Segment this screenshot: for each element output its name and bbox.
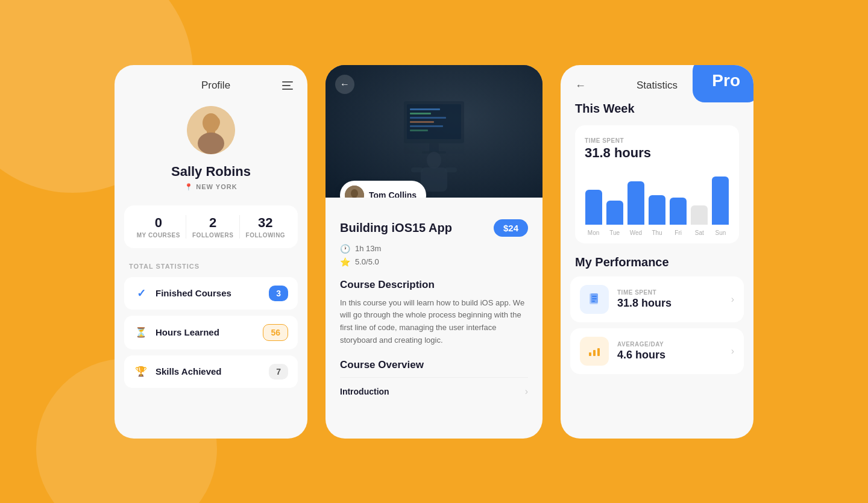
bar xyxy=(606,201,623,225)
list-item[interactable]: ✓ Finished Courses 3 xyxy=(124,277,298,310)
bar xyxy=(691,205,708,224)
svg-rect-27 xyxy=(589,352,591,356)
svg-rect-13 xyxy=(429,143,439,152)
chevron-right-icon: › xyxy=(731,346,734,357)
stat-followers: 2 FOLLOWERS xyxy=(192,215,233,239)
bar-col xyxy=(670,170,687,225)
trophy-icon: 🏆 xyxy=(134,364,148,379)
course-title: Building iOS15 App xyxy=(340,221,452,235)
time-spent-icon-wrap xyxy=(580,285,609,314)
menu-icon[interactable] xyxy=(282,81,293,90)
stat-skills-label: Skills Achieved xyxy=(156,366,262,376)
price-badge[interactable]: $24 xyxy=(494,219,528,237)
bar-col xyxy=(606,170,623,225)
course-image: ← Tom Collins xyxy=(326,65,542,198)
svg-rect-18 xyxy=(445,167,457,172)
bar-col xyxy=(691,170,708,225)
stat-finished-label: Finished Courses xyxy=(156,288,262,298)
document-icon xyxy=(587,292,602,307)
bar-day-label: Sun xyxy=(712,230,729,236)
svg-point-15 xyxy=(427,152,441,169)
stat-finished-badge: 3 xyxy=(269,286,288,301)
time-spent-value: 31.8 hours xyxy=(617,297,723,310)
profile-card: Profile Sally Robins 📍 New York 0 xyxy=(115,65,307,439)
svg-rect-29 xyxy=(597,348,600,356)
pro-badge: Pro xyxy=(693,65,753,102)
overview-item[interactable]: Introduction › xyxy=(340,377,528,405)
chevron-right-icon: › xyxy=(731,294,734,305)
instructor-name: Tom Collins xyxy=(369,190,417,198)
course-title-row: Building iOS15 App $24 xyxy=(340,219,528,237)
bar-day-label: Wed xyxy=(627,230,644,236)
this-week-title: This Week xyxy=(575,102,739,116)
bar xyxy=(712,177,729,225)
course-card: ← Tom Collins Building iOS15 App $24 🕐 1… xyxy=(326,65,542,439)
clock-icon: 🕐 xyxy=(340,244,350,254)
rating-item: ⭐ 5.0/5.0 xyxy=(340,257,528,267)
time-spent-label: TIME SPENT xyxy=(617,289,723,296)
bar-day-label: Mon xyxy=(585,230,602,236)
avg-day-info: AVERAGE/DAY 4.6 hours xyxy=(617,341,723,361)
overview-title: Course Overview xyxy=(340,359,528,371)
course-meta: 🕐 1h 13m ⭐ 5.0/5.0 xyxy=(340,244,528,267)
bar-day-label: Tue xyxy=(606,230,623,236)
svg-point-4 xyxy=(214,117,220,127)
list-item[interactable]: AVERAGE/DAY 4.6 hours › xyxy=(570,328,744,374)
stats-back-button[interactable]: ← xyxy=(575,80,586,92)
avatar-wrap xyxy=(115,101,307,164)
instructor-avatar xyxy=(345,186,364,198)
avg-day-icon-wrap xyxy=(580,337,609,366)
chart-container: TIME SPENT 31.8 hours MonTueWedThuFriSat… xyxy=(575,125,739,243)
profile-header: Profile xyxy=(115,65,307,101)
list-item[interactable]: ⏳ Hours Learned 56 xyxy=(124,316,298,349)
svg-rect-11 xyxy=(410,125,443,127)
user-location: 📍 New York xyxy=(115,183,307,191)
svg-rect-26 xyxy=(592,301,595,302)
stat-hours-badge: 56 xyxy=(263,324,288,341)
description-title: Course Description xyxy=(340,279,528,291)
stat-following: 32 FOLLOWING xyxy=(246,215,286,239)
bar-labels: MonTueWedThuFriSatSun xyxy=(585,230,729,236)
stats-list: ✓ Finished Courses 3 ⏳ Hours Learned 56 … xyxy=(115,277,307,388)
star-icon: ⭐ xyxy=(340,257,350,267)
bar-col xyxy=(627,170,644,225)
location-icon: 📍 xyxy=(184,183,193,191)
list-item[interactable]: 🏆 Skills Achieved 7 xyxy=(124,355,298,388)
performance-title: My Performance xyxy=(561,255,753,269)
svg-rect-8 xyxy=(410,113,431,114)
chart-bar-icon xyxy=(587,344,602,358)
bar-day-label: Sat xyxy=(691,230,708,236)
svg-rect-7 xyxy=(410,108,440,110)
statistics-card: Pro ← Statistics This Week TIME SPENT 31… xyxy=(561,65,753,439)
duration-item: 🕐 1h 13m xyxy=(340,244,528,254)
bar-col xyxy=(585,170,602,225)
bar-day-label: Fri xyxy=(670,230,687,236)
this-week-section: This Week TIME SPENT 31.8 hours MonTueWe… xyxy=(561,102,753,243)
avg-day-value: 4.6 hours xyxy=(617,349,723,361)
stat-courses: 0 MY COURSES xyxy=(137,215,180,239)
bar-chart xyxy=(585,170,729,225)
hourglass-icon: ⏳ xyxy=(134,325,148,340)
bar-col xyxy=(648,170,665,225)
duration-value: 1h 13m xyxy=(355,244,381,253)
svg-rect-10 xyxy=(410,121,434,123)
profile-stats: 0 MY COURSES 2 FOLLOWERS 32 FOLLOWING xyxy=(124,205,298,248)
overview-item-label: Introduction xyxy=(340,387,389,396)
stat-hours-label: Hours Learned xyxy=(156,327,256,337)
bar xyxy=(670,198,687,224)
svg-rect-24 xyxy=(592,296,597,297)
back-button[interactable]: ← xyxy=(335,75,354,94)
svg-rect-9 xyxy=(410,117,446,119)
course-content: Building iOS15 App $24 🕐 1h 13m ⭐ 5.0/5.… xyxy=(326,198,542,405)
bar xyxy=(585,190,602,225)
bar-col xyxy=(712,170,729,225)
time-spent-info: TIME SPENT 31.8 hours xyxy=(617,289,723,310)
rating-value: 5.0/5.0 xyxy=(355,257,379,266)
list-item[interactable]: TIME SPENT 31.8 hours › xyxy=(570,276,744,322)
stat-skills-badge: 7 xyxy=(269,364,288,380)
svg-rect-28 xyxy=(593,350,596,356)
back-arrow-icon: ← xyxy=(340,79,350,90)
user-name: Sally Robins xyxy=(115,164,307,180)
checkmark-icon: ✓ xyxy=(134,286,148,301)
total-stats-label: TOTAL STATISTICS xyxy=(115,263,307,270)
